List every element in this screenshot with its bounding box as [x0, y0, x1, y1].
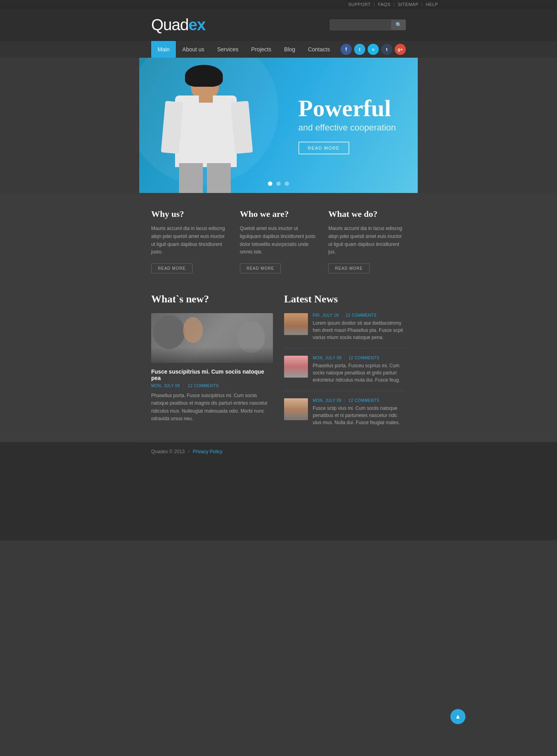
whats-new-date: MON, JULY 09	[151, 384, 180, 388]
nav-blog[interactable]: Blog	[278, 41, 302, 58]
main-content: Why us? Mauris accuml dia in lacus edisc…	[0, 193, 557, 442]
hero-banner: Powerful and effective cooperation READ …	[139, 58, 418, 193]
top-bar: SUPPORT | FAQS | SITEMAP | HELP	[0, 0, 557, 9]
hero-dot-2[interactable]	[277, 181, 281, 186]
what-we-do-read-more[interactable]: READ MORE	[328, 263, 370, 273]
why-us-text: Mauris accuml dia in lacus ediscng aliqn…	[151, 225, 229, 256]
hero-text: Powerful and effective cooperation READ …	[298, 96, 396, 154]
news-thumb-1	[284, 313, 308, 335]
why-us-title: Why us?	[151, 209, 229, 219]
hero-title: Powerful	[298, 96, 396, 120]
news-item-2-comments: 12 COMMENTS	[349, 356, 380, 360]
sitemap-link[interactable]: SITEMAP	[398, 2, 419, 7]
who-we-are-title: Who we are?	[240, 209, 317, 219]
nav-bar: Main About us Services Projects Blog Con…	[0, 41, 557, 58]
latest-news-title: Latest News	[284, 293, 406, 305]
page-bottom	[0, 461, 557, 540]
news-item-1-date: FRI, JULY 18	[313, 313, 339, 318]
footer-copyright: Quadex © 2013	[151, 449, 185, 454]
help-link[interactable]: HELP	[426, 2, 438, 7]
social-googleplus[interactable]: g+	[395, 44, 406, 55]
social-tumblr[interactable]: t	[381, 44, 392, 55]
bottom-two-cols: What`s new? Fusce suscipitrius mi. Cum s…	[151, 293, 406, 426]
news-item-2-content: MON, JULY 09 | 12 COMMENTS Phasellus por…	[313, 356, 406, 384]
news-thumb-2	[284, 356, 308, 378]
logo[interactable]: Quadex	[151, 16, 205, 34]
news-item-3: MON, JULY 09 | 12 COMMENTS Fusce sclip v…	[284, 398, 406, 426]
nav-services[interactable]: Services	[211, 41, 245, 58]
why-us-read-more[interactable]: READ MORE	[151, 263, 193, 273]
whats-new-headline: Fusce suscipitrius mi. Cum sociis natoqu…	[151, 368, 273, 381]
news-item-3-meta: MON, JULY 09 | 12 COMMENTS	[313, 398, 406, 403]
hero-read-more-button[interactable]: READ MORE	[298, 142, 349, 154]
whats-new-image	[151, 313, 273, 363]
hero-dots	[268, 181, 289, 186]
header: Quadex 🔍	[0, 9, 557, 41]
nav-about[interactable]: About us	[176, 41, 210, 58]
who-we-are-read-more[interactable]: READ MORE	[240, 263, 281, 273]
hero-dot-3[interactable]	[285, 181, 289, 186]
hero-person	[159, 70, 255, 193]
news-item-3-comments: 12 COMMENTS	[349, 398, 380, 403]
nav-links: Main About us Services Projects Blog Con…	[151, 41, 336, 58]
privacy-policy-link[interactable]: Privacy Policy	[193, 449, 222, 454]
nav-contacts[interactable]: Contacts	[302, 41, 336, 58]
news-item-3-date: MON, JULY 09	[313, 398, 341, 403]
news-item-3-body: Fusce sclip vius mi. Cum sociis natoque …	[313, 405, 406, 426]
search-form: 🔍	[330, 19, 406, 30]
news-item-2: MON, JULY 09 | 12 COMMENTS Phasellus por…	[284, 356, 406, 391]
latest-news-section: Latest News FRI, JULY 18 | 12 COMMENTS L…	[284, 293, 406, 426]
whats-new-body: Phasellus porta. Fusce suscipitrius mi. …	[151, 392, 273, 423]
whats-new-meta: MON, JULY 09 | 12 COMMENTS	[151, 384, 273, 388]
search-button[interactable]: 🔍	[391, 19, 406, 30]
social-facebook[interactable]: f	[341, 44, 352, 55]
nav-main[interactable]: Main	[151, 41, 176, 58]
news-item-1-body: Lorem ipsum dostlor sit ase ibetilacstmm…	[313, 320, 406, 341]
three-columns: Why us? Mauris accuml dia in lacus edisc…	[151, 209, 406, 273]
what-we-do-section: What we do? Mauris accuml dia in lacus e…	[328, 209, 406, 273]
footer-separator: •	[188, 449, 189, 454]
news-thumb-3	[284, 398, 308, 420]
news-item-2-date: MON, JULY 09	[313, 356, 341, 360]
who-we-are-section: Who we are? Quetsit amet euis inuctor ut…	[240, 209, 317, 273]
whats-new-comments: 12 COMMENTS	[188, 384, 219, 388]
hero-dot-1[interactable]	[268, 181, 273, 186]
whats-new-title: What`s new?	[151, 293, 273, 305]
what-we-do-text: Mauris accuml dia in lacus ediscng aliqn…	[328, 225, 406, 256]
news-item-2-body: Phasellus porta. Fusceu scprius mi. Cum …	[313, 362, 406, 384]
faqs-link[interactable]: FAQS	[378, 2, 390, 7]
search-input[interactable]	[330, 19, 391, 30]
news-item-1-comments: 12 COMMENTS	[346, 313, 377, 318]
logo-text: Quad	[151, 16, 189, 33]
logo-accent: ex	[189, 16, 206, 33]
social-icons: f t v t g+	[341, 44, 406, 55]
whats-new-section: What`s new? Fusce suscipitrius mi. Cum s…	[151, 293, 273, 426]
why-us-section: Why us? Mauris accuml dia in lacus edisc…	[151, 209, 229, 273]
hero-subtitle: and effective cooperation	[298, 123, 396, 133]
news-item-2-meta: MON, JULY 09 | 12 COMMENTS	[313, 356, 406, 360]
news-item-1-content: FRI, JULY 18 | 12 COMMENTS Lorem ipsum d…	[313, 313, 406, 341]
hero-section: Powerful and effective cooperation READ …	[139, 58, 418, 193]
footer: Quadex © 2013 • Privacy Policy	[0, 442, 557, 461]
news-item-1-meta: FRI, JULY 18 | 12 COMMENTS	[313, 313, 406, 318]
social-vimeo[interactable]: v	[368, 44, 379, 55]
social-twitter[interactable]: t	[354, 44, 365, 55]
news-item-3-content: MON, JULY 09 | 12 COMMENTS Fusce sclip v…	[313, 398, 406, 426]
who-we-are-text: Quetsit amet euis inuctor ut liguliquam …	[240, 225, 317, 256]
support-link[interactable]: SUPPORT	[348, 2, 370, 7]
news-item-1: FRI, JULY 18 | 12 COMMENTS Lorem ipsum d…	[284, 313, 406, 349]
what-we-do-title: What we do?	[328, 209, 406, 219]
nav-projects[interactable]: Projects	[245, 41, 278, 58]
